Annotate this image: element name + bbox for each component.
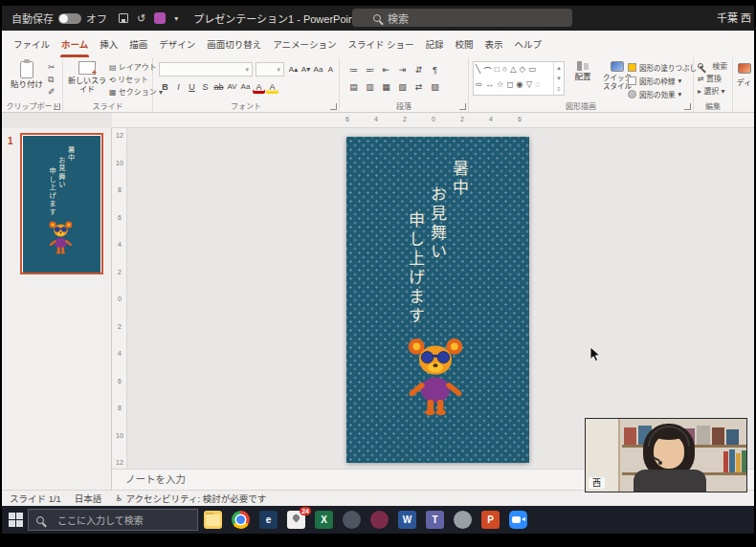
dialog-launcher-icon[interactable] [54,103,60,110]
line-spacing-button[interactable]: ⇵ [412,62,425,77]
shape-icon[interactable]: ▽ [526,79,533,89]
strikethrough-button[interactable]: ab [212,79,225,94]
tab-record[interactable]: 記録 [420,33,450,57]
italic-button[interactable]: I [172,79,185,94]
cut-icon[interactable]: ✂ [48,62,56,73]
font-name-combo[interactable]: ▾ [159,62,253,77]
shape-icon[interactable]: □ [495,64,500,76]
shape-icon[interactable]: ↔ [485,79,494,89]
tab-slideshow[interactable]: スライド ショー [342,33,419,57]
taskbar-icon-maps[interactable]: 24 [287,511,305,529]
slide-canvas[interactable]: 暑中 お見舞い 申し上げます [346,137,529,463]
save-icon[interactable] [119,13,128,23]
text-direction-button[interactable]: ⇄ [412,79,425,94]
accessibility-status[interactable]: ♿ アクセシビリティ: 検討が必要です [115,492,266,505]
shape-icon[interactable]: ◌ [535,79,540,89]
shapes-gallery[interactable]: ╲ ⌒ □ ○ △ ◇ ▭ ⇨ ↔ ☆ ◻ ◉ ▽ ◌ ▲▼≡ [473,61,565,96]
ink-icon[interactable] [154,12,166,24]
shape-icon[interactable]: ○ [502,64,507,76]
language-indicator[interactable]: 日本語 [75,492,102,505]
shape-icon[interactable]: ⇨ [476,79,482,89]
shape-fill-button[interactable]: 図形の塗りつぶし▾ [628,62,703,73]
font-size-combo[interactable]: ▾ [256,62,284,77]
tab-insert[interactable]: 挿入 [94,33,123,57]
taskbar-icon-chrome[interactable] [232,511,250,529]
grow-font-button[interactable]: A▴ [287,62,300,77]
align-right-button[interactable]: ▦ [380,79,392,94]
tab-animations[interactable]: アニメーション [267,33,342,57]
shape-effects-button[interactable]: 図形の効果▾ [628,89,681,99]
designer-button[interactable]: ディ [734,57,754,112]
taskbar-icon-powerpoint[interactable]: P [481,511,500,529]
shape-icon[interactable]: △ [510,64,517,76]
columns-button[interactable]: ▨ [429,79,441,94]
find-button[interactable]: 検索 [698,61,727,72]
dialog-launcher-icon[interactable] [684,103,691,110]
underline-button[interactable]: U [186,79,198,94]
change-case-button[interactable]: Aa [312,62,324,77]
select-button[interactable]: ▸ 選択 ▾ [698,86,725,97]
horizontal-ruler[interactable]: 6 4 2 0 2 4 6 [112,113,754,128]
start-button[interactable] [9,513,23,527]
justify-button[interactable]: ▧ [396,79,409,94]
shape-icon[interactable]: ◇ [519,64,525,76]
shape-icon[interactable]: ⌒ [483,64,492,76]
shrink-font-button[interactable]: A▾ [300,62,312,77]
tab-file[interactable]: ファイル [8,33,56,57]
align-left-button[interactable]: ▤ [347,79,360,94]
taskbar-icon-edge[interactable]: e [259,511,278,529]
user-name[interactable]: 千葉 西 [717,6,751,31]
indent-button[interactable]: ⇥ [396,62,409,77]
change-case-button[interactable]: Aa [239,79,252,94]
shape-icon[interactable]: ◻ [506,79,513,89]
shape-icon[interactable]: ╲ [476,64,480,76]
gallery-scroll[interactable]: ▲▼≡ [553,62,564,95]
text-shadow-button[interactable]: S [199,79,211,94]
tab-design[interactable]: デザイン [153,33,201,57]
character-spacing-button[interactable]: AV [226,79,238,94]
undo-icon[interactable]: ↺ [137,12,145,25]
clear-formatting-button[interactable]: A [324,62,337,77]
font-color-button[interactable]: A [253,79,265,94]
taskbar-icon-excel[interactable]: X [315,511,333,529]
bold-button[interactable]: B [159,79,171,94]
taskbar-search[interactable]: ここに入力して検索 [28,509,198,531]
highlight-color-button[interactable]: A [266,79,278,94]
dialog-launcher-icon[interactable] [459,103,466,110]
shape-icon[interactable]: ☆ [497,79,504,89]
format-painter-icon[interactable]: ✐ [48,87,56,98]
paste-button[interactable]: 貼り付け [10,61,44,89]
editing-canvas[interactable]: 暑中 お見舞い 申し上げます [127,128,754,469]
taskbar-icon-app-maroon[interactable] [370,511,389,529]
tab-transitions[interactable]: 画面切り替え [201,33,267,57]
tab-view[interactable]: 表示 [479,33,509,57]
taskbar-icon-teams[interactable]: T [426,511,444,529]
taskbar-icon-zoom[interactable] [509,511,527,529]
bullets-button[interactable]: ≔ [347,62,360,77]
copy-icon[interactable]: ⧉ [48,75,54,85]
autosave-toggle[interactable] [58,13,81,24]
shape-icon[interactable]: ◉ [516,79,523,89]
outdent-button[interactable]: ⇤ [380,62,392,77]
vertical-ruler[interactable]: 12 10 8 6 4 2 0 2 4 6 8 10 12 [112,128,127,490]
taskbar-icon-settings[interactable] [454,511,472,529]
paragraph-marks-button[interactable]: ¶ [429,62,441,77]
webcam-overlay[interactable]: 西 [586,419,746,492]
taskbar-icon-file-explorer[interactable] [204,511,222,529]
numbering-button[interactable]: ≕ [364,62,376,77]
replace-button[interactable]: ⇄ 置換 [698,74,722,84]
bear-illustration[interactable] [404,336,467,417]
shape-icon[interactable]: ▭ [528,64,536,76]
dialog-launcher-icon[interactable] [330,103,337,110]
new-slide-button[interactable]: 新しいスライド [67,61,107,94]
customize-quick-access-icon[interactable]: ▾ [174,14,178,23]
titlebar-search[interactable]: 検索 [352,9,572,27]
align-center-button[interactable]: ▥ [364,79,376,94]
arrange-button[interactable]: 配置 [568,61,597,81]
tab-draw[interactable]: 描画 [123,33,153,57]
taskbar-icon-app-slate[interactable] [343,511,361,529]
tab-help[interactable]: ヘルプ [509,33,548,57]
slide-thumbnail[interactable]: 暑中 お見舞い 申し上げます [20,133,103,274]
shape-outline-button[interactable]: 図形の枠線▾ [628,76,681,86]
tab-review[interactable]: 校閲 [450,33,479,57]
